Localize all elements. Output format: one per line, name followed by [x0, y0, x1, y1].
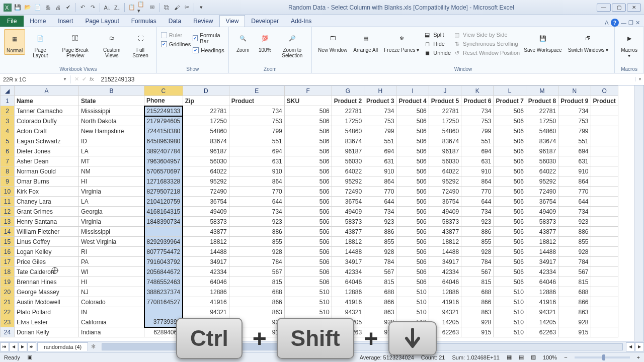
cell[interactable]: George Massey [15, 287, 79, 297]
cell[interactable]: 815 [558, 277, 591, 287]
zoom-level[interactable]: 100% [543, 354, 557, 360]
cell[interactable]: 64046 [526, 277, 558, 287]
cell[interactable]: 18812 [183, 237, 229, 247]
row-header-1[interactable]: 1 [1, 96, 15, 106]
cell[interactable] [591, 106, 618, 116]
cell[interactable]: 41916 [429, 297, 461, 307]
cell[interactable]: 753 [461, 116, 494, 126]
minimize-button[interactable]: — [597, 4, 611, 12]
cell[interactable]: 688 [558, 287, 591, 297]
cell[interactable]: 506 [396, 227, 429, 237]
cell[interactable]: 864 [558, 176, 591, 187]
cell[interactable]: 510 [284, 307, 332, 317]
cell[interactable]: 551 [461, 136, 494, 146]
cell[interactable]: 95292 [183, 176, 229, 187]
cell[interactable]: 12886 [332, 287, 364, 297]
cell[interactable]: Logan Kelley [15, 247, 79, 257]
cell[interactable]: HI [79, 176, 144, 187]
cell[interactable]: 910 [461, 166, 494, 176]
row-header-6[interactable]: 6 [1, 146, 15, 156]
cell[interactable]: 753 [364, 116, 396, 126]
cell[interactable]: 506 [494, 217, 526, 227]
cell[interactable]: 506 [396, 187, 429, 197]
cell[interactable]: 506 [396, 156, 429, 166]
col-header-E[interactable]: E [229, 86, 284, 96]
cell[interactable]: 506 [494, 207, 526, 217]
row-header-17[interactable]: 17 [1, 257, 15, 267]
row-header-4[interactable]: 4 [1, 126, 15, 136]
cell[interactable]: Product 6 [461, 96, 494, 106]
cell[interactable]: 95292 [332, 176, 364, 187]
cell[interactable]: 506 [396, 217, 429, 227]
cell[interactable]: Georgia [79, 207, 144, 217]
cell[interactable]: 2056844672 [144, 267, 183, 277]
cell[interactable]: 96187 [526, 146, 558, 156]
cell[interactable]: 506 [396, 126, 429, 136]
cell[interactable]: 54860 [429, 126, 461, 136]
cell[interactable]: 506 [396, 166, 429, 176]
cell[interactable]: 1848390734 [144, 217, 183, 227]
cell[interactable]: 770 [364, 187, 396, 197]
cell[interactable]: 96187 [429, 146, 461, 156]
cell[interactable]: 928 [461, 317, 494, 327]
cell[interactable]: 734 [558, 207, 591, 217]
zoom-to-selection-button[interactable]: 🔎Zoom to Selection [277, 29, 307, 59]
cell[interactable] [591, 187, 618, 197]
cell[interactable]: 56030 [429, 156, 461, 166]
cell[interactable]: 815 [364, 277, 396, 287]
cell[interactable]: 506 [494, 146, 526, 156]
cell[interactable] [591, 327, 618, 337]
cell[interactable]: 94321 [332, 307, 364, 317]
tab-addins[interactable]: Add-Ins [285, 16, 317, 27]
cell[interactable]: West Virginia [79, 237, 144, 247]
cell[interactable]: William Fletcher [15, 227, 79, 237]
cell[interactable] [591, 257, 618, 267]
row-header-14[interactable]: 14 [1, 227, 15, 237]
cell[interactable]: NM [79, 166, 144, 176]
cell[interactable]: Name [15, 96, 79, 106]
cell[interactable]: 506 [284, 106, 332, 116]
cell[interactable]: Product 3 [364, 96, 396, 106]
col-header-O[interactable]: O [591, 86, 618, 96]
col-header-I[interactable]: I [396, 86, 429, 96]
open-icon[interactable]: 📂 [23, 3, 32, 12]
unhide-button[interactable]: ◼Unhide [423, 49, 451, 57]
cell[interactable]: 58373 [332, 217, 364, 227]
cell[interactable]: 506 [284, 267, 332, 277]
cell[interactable]: Virginia [79, 217, 144, 227]
arrange-all-button[interactable]: ▤Arrange All [351, 29, 380, 54]
cell[interactable]: 799 [229, 126, 284, 136]
cell[interactable]: 7963604957 [144, 156, 183, 166]
col-header-F[interactable]: F [284, 86, 332, 96]
help-icon[interactable]: ? [611, 19, 619, 27]
view-page-layout-icon[interactable]: ▤ [519, 354, 524, 360]
cell[interactable]: Phone [144, 96, 183, 106]
cell[interactable]: 863 [364, 307, 396, 317]
cell[interactable]: 506 [284, 166, 332, 176]
cell[interactable]: 41916 [183, 297, 229, 307]
cell[interactable]: 64022 [183, 166, 229, 176]
cell[interactable]: Plato Pollard [15, 307, 79, 317]
cell[interactable] [591, 307, 618, 317]
name-box[interactable]: 22R x 1C▼ [0, 75, 70, 83]
cell[interactable]: 863 [229, 307, 284, 317]
cell[interactable]: 36754 [526, 197, 558, 207]
select-all-cell[interactable]: ◢ [1, 86, 15, 96]
cell[interactable]: 43877 [429, 227, 461, 237]
cell[interactable]: 694 [229, 146, 284, 156]
cell[interactable]: 506 [396, 197, 429, 207]
cell[interactable]: California [79, 317, 144, 327]
cell[interactable]: 3886237374 [144, 287, 183, 297]
cell[interactable]: North Dakota [79, 116, 144, 126]
cell[interactable]: Kirk Fox [15, 187, 79, 197]
cell[interactable] [591, 146, 618, 156]
cell[interactable]: 36754 [183, 197, 229, 207]
cell[interactable]: 506 [494, 247, 526, 257]
zoom-100-button[interactable]: 💯100% [255, 29, 275, 54]
cell[interactable]: 784 [558, 257, 591, 267]
freeze-panes-button[interactable]: ❄Freeze Panes ▾ [382, 29, 421, 54]
cell[interactable]: 43877 [526, 227, 558, 237]
cell[interactable]: 510 [494, 287, 526, 297]
cell[interactable]: Zip [183, 96, 229, 106]
cell[interactable]: 506 [284, 257, 332, 267]
